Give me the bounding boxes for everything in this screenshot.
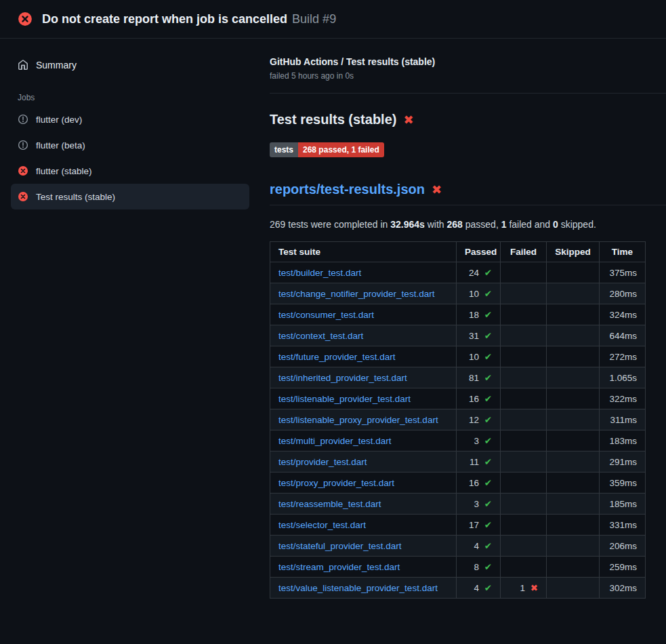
summary-line: 269 tests were completed in 32.964s with… <box>270 219 666 230</box>
neutral-status-icon <box>18 140 28 150</box>
table-row: test/value_listenable_provider_test.dart… <box>270 578 646 599</box>
skipped-cell <box>547 494 600 515</box>
jobs-list: flutter (dev) flutter (beta) flutter (st… <box>11 106 249 209</box>
test-suite-link[interactable]: test/consumer_test.dart <box>278 310 374 320</box>
test-suite-cell: test/provider_test.dart <box>270 451 457 472</box>
sidebar-item-flutter-beta[interactable]: flutter (beta) <box>11 132 249 158</box>
test-suite-cell: test/listenable_provider_test.dart <box>270 388 457 409</box>
failed-cell <box>501 515 547 536</box>
test-suite-link[interactable]: test/listenable_provider_test.dart <box>278 394 411 404</box>
check-icon: ✔ <box>484 520 492 530</box>
tests-badge: tests 268 passed, 1 failed <box>270 142 384 157</box>
badge-value: 268 passed, 1 failed <box>298 142 384 157</box>
time-cell: 183ms <box>600 430 646 451</box>
time-cell: 259ms <box>600 557 646 578</box>
skipped-cell <box>547 262 600 283</box>
check-icon: ✔ <box>484 310 492 320</box>
column-header-skipped: Skipped <box>547 242 600 262</box>
test-suite-link[interactable]: test/multi_provider_test.dart <box>278 436 392 446</box>
test-suite-link[interactable]: test/context_test.dart <box>278 331 363 341</box>
time-cell: 644ms <box>600 325 646 346</box>
summary-passed-count: 268 <box>447 219 463 230</box>
page-title: Do not create report when job is cancell… <box>42 12 287 26</box>
test-suite-link[interactable]: test/selector_test.dart <box>278 520 366 530</box>
failed-cell <box>501 472 547 494</box>
sidebar: Summary Jobs flutter (dev) flutter (beta… <box>0 39 260 224</box>
sidebar-item-summary[interactable]: Summary <box>11 54 249 77</box>
test-suite-link[interactable]: test/proxy_provider_test.dart <box>278 478 394 488</box>
failed-cell <box>501 262 547 283</box>
test-suite-cell: test/change_notifier_provider_test.dart <box>270 283 457 304</box>
check-icon: ✔ <box>484 457 492 467</box>
page-layout: Summary Jobs flutter (dev) flutter (beta… <box>0 39 666 619</box>
sidebar-item-flutter-dev[interactable]: flutter (dev) <box>11 106 249 132</box>
check-icon: ✔ <box>484 436 492 446</box>
test-suite-link[interactable]: test/future_provider_test.dart <box>278 352 396 362</box>
summary-skipped-count: 0 <box>553 219 558 230</box>
failed-cell <box>501 536 547 557</box>
test-suite-cell: test/stateful_provider_test.dart <box>270 536 457 557</box>
table-row: test/stream_provider_test.dart8 ✔259ms <box>270 557 646 578</box>
test-suite-link[interactable]: test/value_listenable_provider_test.dart <box>278 583 438 593</box>
x-icon: ✖ <box>530 583 538 593</box>
table-row: test/inherited_provider_test.dart81 ✔1.0… <box>270 367 646 388</box>
test-suite-link[interactable]: test/reassemble_test.dart <box>278 499 381 509</box>
failed-status-icon <box>18 191 28 202</box>
passed-cell: 81 ✔ <box>457 367 501 388</box>
test-suite-link[interactable]: test/provider_test.dart <box>278 457 367 467</box>
check-icon: ✔ <box>484 268 492 278</box>
failed-cell <box>501 325 547 346</box>
skipped-cell <box>547 388 600 409</box>
summary-text: with <box>425 219 447 230</box>
table-row: test/consumer_test.dart18 ✔324ms <box>270 304 646 325</box>
build-number: Build #9 <box>292 12 336 26</box>
summary-failed-count: 1 <box>501 219 507 230</box>
passed-cell: 16 ✔ <box>457 472 501 494</box>
test-suite-cell: test/future_provider_test.dart <box>270 346 457 367</box>
time-cell: 324ms <box>600 304 646 325</box>
time-cell: 206ms <box>600 536 646 557</box>
table-row: test/context_test.dart31 ✔644ms <box>270 325 646 346</box>
time-cell: 322ms <box>600 388 646 409</box>
table-row: test/change_notifier_provider_test.dart1… <box>270 283 646 304</box>
column-header-test-suite: Test suite <box>270 242 457 262</box>
report-file-link[interactable]: reports/test-results.json <box>270 182 425 197</box>
skipped-cell <box>547 515 600 536</box>
passed-cell: 4 ✔ <box>457 578 501 599</box>
failed-cell <box>501 557 547 578</box>
table-row: test/provider_test.dart11 ✔291ms <box>270 451 646 472</box>
sidebar-item-test-results-stable[interactable]: Test results (stable) <box>11 184 249 209</box>
skipped-cell <box>547 430 600 451</box>
test-suite-link[interactable]: test/inherited_provider_test.dart <box>278 373 407 383</box>
test-suite-cell: test/reassemble_test.dart <box>270 494 457 515</box>
test-suite-link[interactable]: test/listenable_proxy_provider_test.dart <box>278 415 438 425</box>
summary-text: passed, <box>463 219 501 230</box>
section-title-text: Test results (stable) <box>270 112 396 127</box>
test-suite-link[interactable]: test/change_notifier_provider_test.dart <box>278 289 434 299</box>
report-heading: reports/test-results.json ✖ <box>270 182 666 205</box>
test-suite-cell: test/multi_provider_test.dart <box>270 430 457 451</box>
passed-cell: 4 ✔ <box>457 536 501 557</box>
passed-cell: 12 ✔ <box>457 409 501 430</box>
table-row: test/reassemble_test.dart3 ✔185ms <box>270 494 646 515</box>
table-header-row: Test suite Passed Failed Skipped Time <box>270 242 646 262</box>
breadcrumb: GitHub Actions / Test results (stable) <box>270 56 666 67</box>
skipped-cell <box>547 409 600 430</box>
table-row: test/proxy_provider_test.dart16 ✔359ms <box>270 472 646 494</box>
test-suite-link[interactable]: test/stream_provider_test.dart <box>278 562 400 572</box>
sidebar-item-flutter-stable[interactable]: flutter (stable) <box>11 158 249 184</box>
check-icon: ✔ <box>484 394 492 404</box>
skipped-cell <box>547 283 600 304</box>
test-suite-link[interactable]: test/stateful_provider_test.dart <box>278 541 402 551</box>
passed-cell: 31 ✔ <box>457 325 501 346</box>
table-row: test/future_provider_test.dart10 ✔272ms <box>270 346 646 367</box>
summary-text: 269 tests were completed in <box>270 219 390 230</box>
test-results-table: Test suite Passed Failed Skipped Time te… <box>270 241 646 599</box>
test-suite-cell: test/inherited_provider_test.dart <box>270 367 457 388</box>
time-cell: 280ms <box>600 283 646 304</box>
skipped-cell <box>547 578 600 599</box>
passed-cell: 3 ✔ <box>457 430 501 451</box>
test-suite-link[interactable]: test/builder_test.dart <box>278 268 361 278</box>
check-icon: ✔ <box>484 415 492 425</box>
column-header-failed: Failed <box>501 242 547 262</box>
